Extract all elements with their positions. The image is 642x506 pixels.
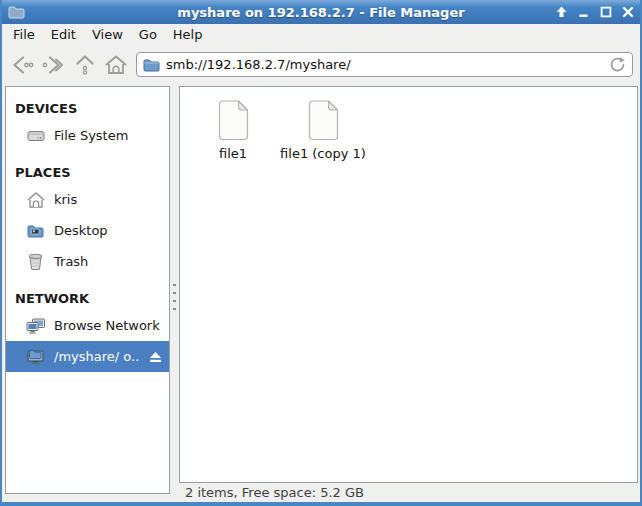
pane-splitter[interactable] — [170, 86, 179, 502]
path-input[interactable] — [166, 57, 600, 72]
eject-icon — [149, 351, 162, 363]
minimize-icon — [578, 6, 589, 18]
sidebar-item-label: Browse Network — [54, 318, 160, 333]
sidebar: DEVICES File System PLACES — [5, 86, 170, 494]
close-icon — [622, 6, 634, 18]
sidebar-item-label: Desktop — [54, 223, 108, 238]
eject-button[interactable] — [149, 350, 162, 363]
forward-button[interactable] — [38, 50, 69, 80]
menu-file[interactable]: File — [5, 25, 43, 44]
file-icon — [308, 100, 339, 141]
minimize-button[interactable] — [577, 6, 590, 19]
sidebar-item-label: Trash — [54, 254, 88, 269]
home-icon — [26, 191, 45, 208]
sidebar-section-places: PLACES — [6, 151, 169, 184]
menu-edit[interactable]: Edit — [43, 25, 84, 44]
sidebar-section-network: NETWORK — [6, 277, 169, 310]
content-area: DEVICES File System PLACES — [2, 84, 640, 502]
sidebar-item-desktop[interactable]: Desktop — [6, 215, 169, 246]
file-item[interactable]: file1 (copy 1) — [278, 100, 368, 161]
sidebar-item-myshare[interactable]: /myshare/ o... — [6, 341, 169, 372]
status-text: 2 items, Free space: 5.2 GB — [185, 485, 364, 500]
home-icon — [104, 53, 128, 77]
remote-share-icon — [26, 348, 45, 365]
desktop-folder-icon — [26, 222, 45, 239]
shade-icon — [556, 6, 567, 18]
statusbar: 2 items, Free space: 5.2 GB — [179, 483, 638, 502]
sidebar-section-devices: DEVICES — [6, 87, 169, 120]
toolbar — [2, 45, 640, 84]
forward-icon — [41, 53, 66, 77]
back-button[interactable] — [7, 50, 38, 80]
menu-view[interactable]: View — [84, 25, 131, 44]
path-field[interactable] — [136, 52, 633, 77]
file-label: file1 — [219, 146, 247, 161]
main-column: file1 file1 (copy 1) 2 items, Free space… — [179, 86, 638, 502]
trash-icon — [26, 253, 45, 270]
file-list[interactable]: file1 file1 (copy 1) — [179, 86, 638, 483]
up-icon — [73, 53, 97, 77]
menubar: File Edit View Go Help — [2, 24, 640, 45]
reload-button[interactable] — [606, 55, 628, 75]
shade-button[interactable] — [555, 6, 568, 19]
window-title: myshare on 192.168.2.7 - File Manager — [2, 5, 640, 20]
harddrive-icon — [26, 127, 45, 144]
splitter-grip-icon — [173, 283, 176, 313]
folder-icon — [143, 58, 160, 72]
file-manager-window: myshare on 192.168.2.7 - File Manager — [0, 0, 642, 506]
maximize-button[interactable] — [599, 6, 612, 19]
sidebar-item-browse-network[interactable]: Browse Network — [6, 310, 169, 341]
sidebar-item-label: /myshare/ o... — [54, 349, 140, 364]
sidebar-item-trash[interactable]: Trash — [6, 246, 169, 277]
file-label: file1 (copy 1) — [280, 146, 366, 161]
sidebar-item-label: kris — [54, 192, 77, 207]
up-button[interactable] — [69, 50, 100, 80]
file-item[interactable]: file1 — [188, 100, 278, 161]
menu-go[interactable]: Go — [131, 25, 165, 44]
network-icon — [26, 317, 45, 334]
reload-icon — [608, 56, 626, 74]
close-button[interactable] — [621, 6, 634, 19]
home-button[interactable] — [100, 50, 131, 80]
sidebar-item-label: File System — [54, 128, 128, 143]
window-controls — [555, 6, 634, 19]
titlebar[interactable]: myshare on 192.168.2.7 - File Manager — [2, 0, 640, 24]
maximize-icon — [600, 6, 612, 18]
back-icon — [10, 53, 35, 77]
folder-icon — [8, 5, 25, 19]
menu-help[interactable]: Help — [165, 25, 211, 44]
file-icon — [218, 100, 249, 141]
sidebar-item-kris[interactable]: kris — [6, 184, 169, 215]
sidebar-item-file-system[interactable]: File System — [6, 120, 169, 151]
